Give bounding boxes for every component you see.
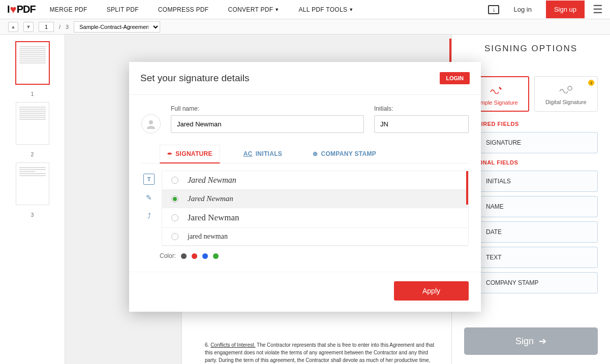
sig-preview-1: Jared Newman <box>188 176 236 185</box>
radio-icon <box>171 233 178 240</box>
tab-initials[interactable]: ACINITIALS <box>236 145 289 163</box>
tab-company-stamp[interactable]: ⊕COMPANY STAMP <box>306 145 383 163</box>
radio-icon <box>171 214 178 221</box>
hamburger-menu-icon[interactable]: ☰ <box>593 3 603 16</box>
draw-tool-icon[interactable]: ✎ <box>143 192 155 203</box>
logo-text-i: I <box>7 4 10 15</box>
sig-preview-2: Jared Newman <box>188 194 233 203</box>
modal-header: Set your signature details LOGIN <box>129 62 481 95</box>
nav-convert[interactable]: CONVERT PDF▼ <box>228 6 279 13</box>
color-green[interactable] <box>213 253 219 259</box>
sig-preview-4: jared newman <box>188 233 228 241</box>
modal-overlay: Set your signature details LOGIN Full na… <box>0 19 610 364</box>
stamp-icon: ⊕ <box>313 150 318 157</box>
color-red[interactable] <box>192 253 197 259</box>
initials-icon: AC <box>243 150 253 157</box>
signature-area: T ✎ ⤴ Jared Newman Jared Newman Jared Ne… <box>141 171 469 246</box>
text-tool-icon[interactable]: T <box>143 174 155 185</box>
apply-button[interactable]: Apply <box>394 281 469 301</box>
heart-icon: ♥ <box>10 3 16 16</box>
header-left: I ♥ PDF MERGE PDF SPLIT PDF COMPRESS PDF… <box>7 3 354 16</box>
chevron-down-icon: ▼ <box>349 7 353 12</box>
modal-tabs: ✒SIGNATURE ACINITIALS ⊕COMPANY STAMP <box>141 145 469 163</box>
pen-icon: ✒ <box>167 150 172 157</box>
modal-title: Set your signature details <box>140 73 249 84</box>
nav-all-tools[interactable]: ALL PDF TOOLS▼ <box>299 6 354 13</box>
nav-merge[interactable]: MERGE PDF <box>50 6 87 13</box>
nav-compress[interactable]: COMPRESS PDF <box>158 6 209 13</box>
header-right: Log in Sign up ☰ <box>488 1 603 18</box>
login-button[interactable]: Log in <box>507 2 537 17</box>
initials-input[interactable] <box>374 115 469 133</box>
modal-login-button[interactable]: LOGIN <box>440 72 470 84</box>
color-label: Color: <box>160 252 176 259</box>
svg-point-1 <box>149 120 153 124</box>
main-header: I ♥ PDF MERGE PDF SPLIT PDF COMPRESS PDF… <box>0 0 610 19</box>
avatar-icon <box>141 114 161 134</box>
fullname-label: Full name: <box>171 105 364 112</box>
modal-body: Full name: Initials: ✒SIGNATURE ACINITIA… <box>129 95 481 266</box>
initials-label: Initials: <box>374 105 469 112</box>
signature-option-2[interactable]: Jared Newman <box>162 190 468 208</box>
signature-modal: Set your signature details LOGIN Full na… <box>129 62 481 312</box>
sig-preview-3: Jared Newman <box>188 213 239 223</box>
modal-footer: Apply <box>129 272 481 312</box>
chevron-down-icon: ▼ <box>274 7 279 12</box>
signature-option-4[interactable]: jared newman <box>162 228 468 246</box>
signup-button[interactable]: Sign up <box>546 1 585 18</box>
logo-text-pdf: PDF <box>17 4 36 15</box>
download-desktop-icon[interactable] <box>488 5 499 14</box>
signature-tools: T ✎ ⤴ <box>141 171 157 246</box>
color-black[interactable] <box>181 253 187 259</box>
fullname-input[interactable] <box>171 115 364 133</box>
color-row: Color: <box>141 252 469 259</box>
signature-option-3[interactable]: Jared Newman <box>162 208 468 228</box>
radio-icon <box>171 177 178 184</box>
signature-option-1[interactable]: Jared Newman <box>162 171 468 190</box>
upload-tool-icon[interactable]: ⤴ <box>143 210 155 221</box>
color-blue[interactable] <box>202 253 208 259</box>
nav-items: MERGE PDF SPLIT PDF COMPRESS PDF CONVERT… <box>50 6 354 13</box>
logo[interactable]: I ♥ PDF <box>7 3 36 16</box>
nav-split[interactable]: SPLIT PDF <box>107 6 139 13</box>
signature-style-list: Jared Newman Jared Newman Jared Newman j… <box>162 171 469 246</box>
radio-icon <box>171 195 178 203</box>
tab-signature[interactable]: ✒SIGNATURE <box>160 145 220 163</box>
